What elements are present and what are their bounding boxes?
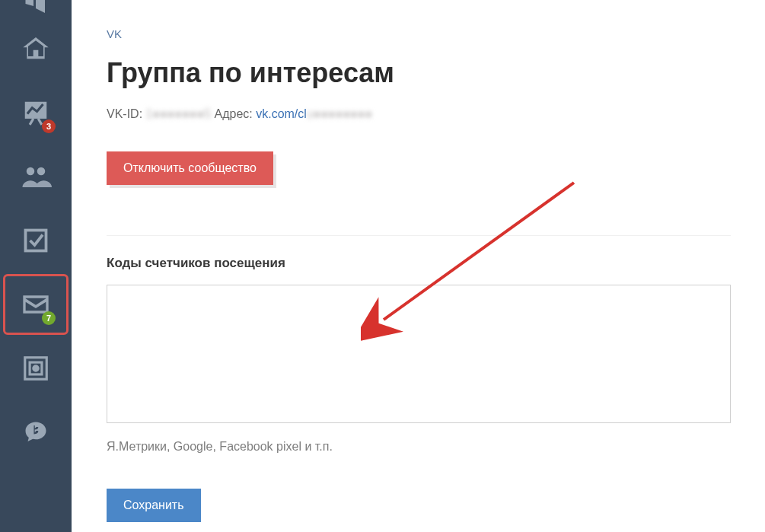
main-content: VK Группа по интересам VK-ID: 1●●●●●●●5 … [72,0,765,532]
disconnect-button[interactable]: Отключить сообщество [107,151,273,185]
svg-line-2 [38,119,42,125]
sidebar-item-senler[interactable] [3,402,69,463]
sidebar-item-chart[interactable]: 3 [3,82,69,143]
sidebar-item-home[interactable] [3,18,69,79]
sidebar-badge-chart: 3 [42,119,56,133]
counters-hint: Я.Метрики, Google, Facebook pixel и т.п. [107,440,765,454]
addr-link[interactable]: vk.com/clu●●●●●●●● [256,107,372,120]
vkid-label: VK-ID: [107,107,142,120]
page-title: Группа по интересам [107,57,765,89]
safe-icon [21,354,50,383]
breadcrumb[interactable]: VK [107,27,122,40]
meta-line: VK-ID: 1●●●●●●●5 Адрес: vk.com/clu●●●●●●… [107,107,765,121]
svg-point-3 [27,167,35,176]
vkid-value: 1●●●●●●●5 [146,107,211,120]
sidebar-item-checkbox[interactable] [3,210,69,271]
checkbox-icon [22,227,49,254]
people-icon [20,161,52,193]
sidebar-item-people[interactable] [3,146,69,207]
sidebar: 3 7 [0,0,72,532]
svg-point-8 [33,366,38,371]
save-button[interactable]: Сохранить [107,489,201,522]
sidebar-item-mail[interactable]: 7 [3,274,69,335]
addr-label: Адрес: [214,107,252,120]
counters-textarea[interactable] [107,285,731,423]
svg-point-4 [37,167,46,176]
senler-logo-icon [22,419,49,446]
megaphone-icon [22,0,49,15]
sidebar-item-megaphone[interactable] [3,0,69,15]
svg-rect-5 [26,231,46,251]
svg-line-1 [30,119,33,125]
section-divider [107,235,731,236]
sidebar-item-safe[interactable] [3,338,69,399]
sidebar-badge-mail: 7 [42,311,56,325]
home-icon [21,33,51,64]
counters-label: Коды счетчиков посещения [107,256,765,271]
